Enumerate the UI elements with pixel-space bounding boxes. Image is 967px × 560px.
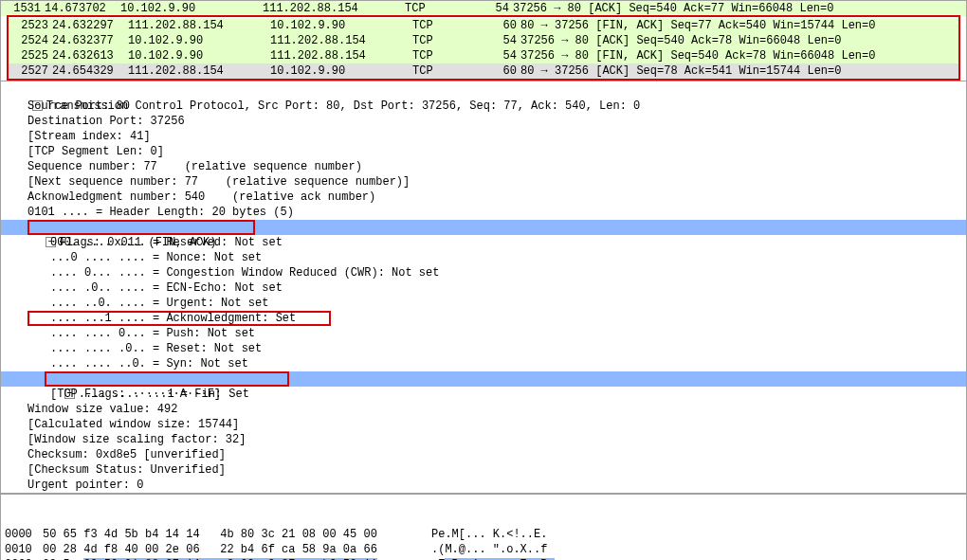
col-proto: TCP	[412, 48, 479, 63]
detail-row[interactable]: [Next sequence number: 77 (relative sequ…	[1, 174, 966, 190]
detail-text: Sequence number: 77 (relative sequence n…	[27, 160, 362, 173]
detail-row[interactable]: .... ..0. .... = Urgent: Not set	[1, 296, 966, 311]
col-dst: 111.202.88.154	[270, 48, 412, 63]
detail-row[interactable]: [Calculated window size: 15744]	[1, 417, 966, 432]
col-dst: 10.102.9.90	[270, 63, 412, 79]
detail-row[interactable]: [Checksum Status: Unverified]	[1, 462, 966, 478]
packet-row[interactable]: 1531 14.673702 10.102.9.90 111.202.88.15…	[1, 1, 966, 16]
detail-text: [Calculated window size: 15744]	[27, 418, 239, 431]
detail-text: .... .... 0... = Push: Not set	[50, 327, 255, 340]
detail-text: [Window size scaling factor: 32]	[27, 433, 246, 446]
detail-text: .... ..0. .... = Urgent: Not set	[50, 297, 268, 310]
detail-text: .... .0.. .... = ECN-Echo: Not set	[50, 281, 283, 295]
col-time: 24.632613	[52, 48, 128, 63]
detail-text: ...0 .... .... = Nonce: Not set	[50, 251, 262, 264]
detail-row[interactable]: 000. .... .... = Reserved: Not set	[1, 235, 966, 250]
col-len: 60	[479, 63, 520, 79]
packet-row[interactable]: 252524.63261310.102.9.90111.202.88.154TC…	[9, 48, 958, 63]
detail-text: .... .... ..0. = Syn: Not set	[50, 357, 248, 370]
col-info: 37256 → 80 [FIN, ACK] Seq=540 Ack=78 Win…	[520, 48, 957, 63]
col-src: 10.102.9.90	[120, 1, 263, 16]
col-len: 54	[479, 48, 520, 63]
detail-text: Urgent pointer: 0	[27, 479, 143, 492]
col-len: 54	[479, 33, 520, 48]
col-src: 10.102.9.90	[128, 33, 270, 48]
col-src: 10.102.9.90	[128, 48, 270, 63]
detail-row[interactable]: Window size value: 492	[1, 402, 966, 417]
detail-row[interactable]: Destination Port: 37256	[1, 114, 966, 129]
hex-row[interactable]: 001000 28 4d f8 40 00 2e 06 22 b4 6f ca …	[5, 542, 962, 557]
detail-row[interactable]: .... 0... .... = Congestion Window Reduc…	[1, 265, 966, 280]
detail-text: Window size value: 492	[27, 403, 177, 416]
detail-row[interactable]: .... .... .0.. = Reset: Not set	[1, 341, 966, 356]
hex-ascii: Pe.M[... K.<!..E.	[431, 527, 962, 542]
detail-row[interactable]: Sequence number: 77 (relative sequence n…	[1, 159, 966, 174]
hex-offset: 0010	[5, 542, 43, 557]
col-len: 54	[471, 1, 513, 16]
packet-selection-box: 252324.632297111.202.88.15410.102.9.90TC…	[7, 15, 960, 81]
col-dst: 111.202.88.154	[263, 1, 405, 16]
packet-row[interactable]: 252324.632297111.202.88.15410.102.9.90TC…	[9, 18, 958, 33]
detail-row[interactable]: [Window size scaling factor: 32]	[1, 432, 966, 447]
flags-header-row[interactable]: −Flags: 0x011 (FIN, ACK)	[1, 220, 966, 235]
col-src: 111.202.88.154	[128, 63, 270, 79]
packet-details-pane: −Transmission Control Protocol, Src Port…	[0, 81, 967, 494]
col-proto: TCP	[412, 63, 479, 79]
detail-row[interactable]: .... .0.. .... = ECN-Echo: Not set	[1, 280, 966, 296]
col-time: 24.632297	[52, 18, 128, 33]
col-dst: 111.202.88.154	[270, 33, 412, 48]
hex-ascii: .(M.@... ".o.X..f	[431, 542, 962, 557]
detail-text: Checksum: 0xd8e5 [unverified]	[27, 448, 226, 461]
hex-bytes: 00 28 4d f8 40 00 2e 06 22 b4 6f ca 58 9…	[43, 542, 431, 557]
col-no: 2524	[10, 33, 52, 48]
detail-row[interactable]: ...0 .... .... = Nonce: Not set	[1, 250, 966, 265]
detail-text: Source Port: 80	[27, 99, 130, 113]
packet-list-pane: 1531 14.673702 10.102.9.90 111.202.88.15…	[0, 0, 967, 81]
detail-row[interactable]: [Stream index: 41]	[1, 129, 966, 144]
col-info: 80 → 37256 [ACK] Seq=78 Ack=541 Win=1574…	[520, 63, 957, 79]
hex-bytes: 50 65 f3 4d 5b b4 14 14 4b 80 3c 21 08 0…	[43, 527, 431, 542]
col-info: 37256 → 80 [ACK] Seq=540 Ack=77 Win=6604…	[513, 1, 964, 16]
col-time: 24.654329	[52, 63, 128, 79]
col-info: 37256 → 80 [ACK] Seq=540 Ack=78 Win=6604…	[520, 33, 957, 48]
detail-text: .... 0... .... = Congestion Window Reduc…	[50, 266, 439, 280]
detail-row[interactable]: .... .... 0... = Push: Not set	[1, 326, 966, 341]
hex-offset: 0000	[5, 527, 43, 542]
tcp-header-text: Transmission Control Protocol, Src Port:…	[46, 99, 641, 113]
detail-text: .... .... .0.. = Reset: Not set	[50, 342, 262, 355]
detail-row[interactable]: .... .... ..0. = Syn: Not set	[1, 356, 966, 371]
detail-text: 000. .... .... = Reserved: Not set	[50, 236, 283, 249]
col-info: 80 → 37256 [FIN, ACK] Seq=77 Ack=540 Win…	[520, 18, 957, 33]
col-no: 1531	[3, 1, 45, 16]
col-dst: 10.102.9.90	[270, 18, 412, 33]
ack-flag-row[interactable]: .... ...1 .... = Acknowledgment: Set	[1, 311, 966, 326]
tcp-flags-summary: [TCP Flags: ·······A···F]	[50, 388, 221, 401]
tcp-header-row[interactable]: −Transmission Control Protocol, Src Port…	[1, 83, 966, 99]
col-proto: TCP	[412, 33, 479, 48]
detail-text: [Next sequence number: 77 (relative sequ…	[27, 175, 410, 189]
col-no: 2525	[10, 48, 52, 63]
hex-dump-pane: 000050 65 f3 4d 5b b4 14 14 4b 80 3c 21 …	[0, 494, 967, 560]
detail-text: Acknowledgment number: 540 (relative ack…	[27, 190, 375, 204]
detail-row[interactable]: 0101 .... = Header Length: 20 bytes (5)	[1, 205, 966, 220]
ack-flag-text: .... ...1 .... = Acknowledgment: Set	[50, 312, 296, 325]
hex-row[interactable]: 000050 65 f3 4d 5b b4 14 14 4b 80 3c 21 …	[5, 527, 962, 542]
packet-row[interactable]: 252424.63237710.102.9.90111.202.88.154TC…	[9, 33, 958, 48]
detail-text: [TCP Segment Len: 0]	[27, 145, 164, 158]
detail-text: [Stream index: 41]	[27, 130, 151, 143]
detail-row[interactable]: Urgent pointer: 0	[1, 478, 966, 493]
packet-row[interactable]: 252724.654329111.202.88.15410.102.9.90TC…	[9, 63, 958, 79]
col-no: 2527	[10, 63, 52, 79]
tcp-flags-summary-row[interactable]: [TCP Flags: ·······A···F]	[1, 387, 966, 402]
col-time: 24.632377	[52, 33, 128, 48]
detail-text: 0101 .... = Header Length: 20 bytes (5)	[27, 206, 294, 219]
detail-row[interactable]: [TCP Segment Len: 0]	[1, 144, 966, 159]
detail-row[interactable]: Acknowledgment number: 540 (relative ack…	[1, 190, 966, 205]
detail-text: Destination Port: 37256	[27, 115, 185, 128]
col-len: 60	[479, 18, 520, 33]
col-proto: TCP	[412, 18, 479, 33]
col-time: 14.673702	[45, 1, 120, 16]
fin-flag-row[interactable]: +.... .... ...1 = Fin: Set	[1, 371, 966, 387]
col-src: 111.202.88.154	[128, 18, 270, 33]
detail-row[interactable]: Checksum: 0xd8e5 [unverified]	[1, 447, 966, 462]
